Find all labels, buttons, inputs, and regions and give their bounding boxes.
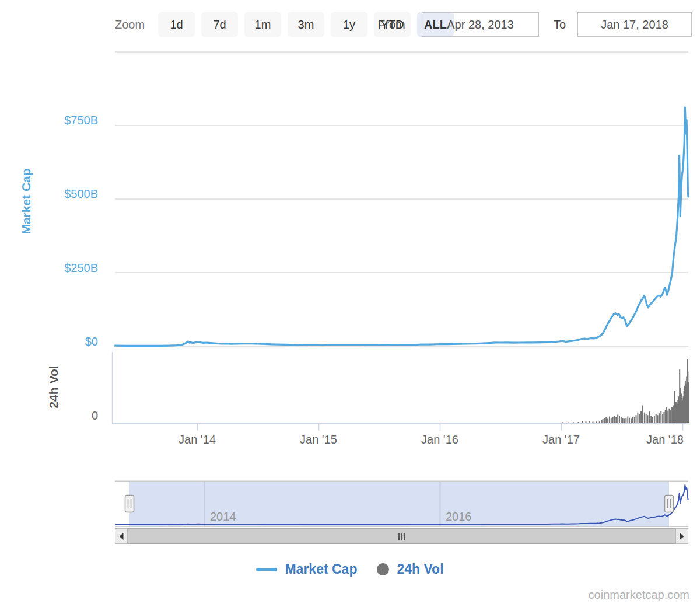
market-cap-stock-chart: Zoom 1d 7d 1m 3m 1y YTD ALL From Apr 28,…	[0, 0, 700, 607]
volume-bars	[562, 359, 689, 423]
legend-item-24h-vol[interactable]: 24h Vol	[377, 561, 443, 577]
legend-label-24h-vol: 24h Vol	[397, 561, 443, 577]
scrollbar-left-arrow-icon[interactable]	[115, 528, 128, 544]
navigator	[115, 482, 688, 527]
chart-canvas	[0, 0, 700, 607]
legend: Market Cap 24h Vol	[0, 561, 700, 577]
navigator-handle-left[interactable]	[125, 496, 134, 512]
legend-label-market-cap: Market Cap	[285, 561, 357, 577]
xtick-jan16: Jan '16	[421, 433, 459, 446]
scrollbar-right-arrow-icon[interactable]	[676, 528, 688, 544]
market-cap-line	[115, 107, 688, 346]
gridlines	[115, 52, 688, 346]
credits-link[interactable]: coinmarketcap.com	[589, 588, 690, 602]
volume-axis-lines	[112, 352, 688, 431]
navigator-year-2014: 2014	[210, 510, 236, 524]
circle-swatch-icon	[377, 563, 389, 575]
xtick-jan14: Jan '14	[178, 433, 216, 446]
xtick-jan15: Jan '15	[300, 433, 337, 446]
navigator-year-2016: 2016	[446, 510, 472, 524]
navigator-handle-right[interactable]	[665, 496, 674, 512]
scrollbar-grip-icon	[398, 533, 405, 540]
legend-item-market-cap[interactable]: Market Cap	[256, 561, 357, 577]
scrollbar-thumb[interactable]	[128, 528, 676, 544]
line-swatch-icon	[256, 568, 277, 571]
xtick-jan18: Jan '18	[646, 433, 684, 446]
xtick-jan17: Jan '17	[542, 433, 580, 446]
